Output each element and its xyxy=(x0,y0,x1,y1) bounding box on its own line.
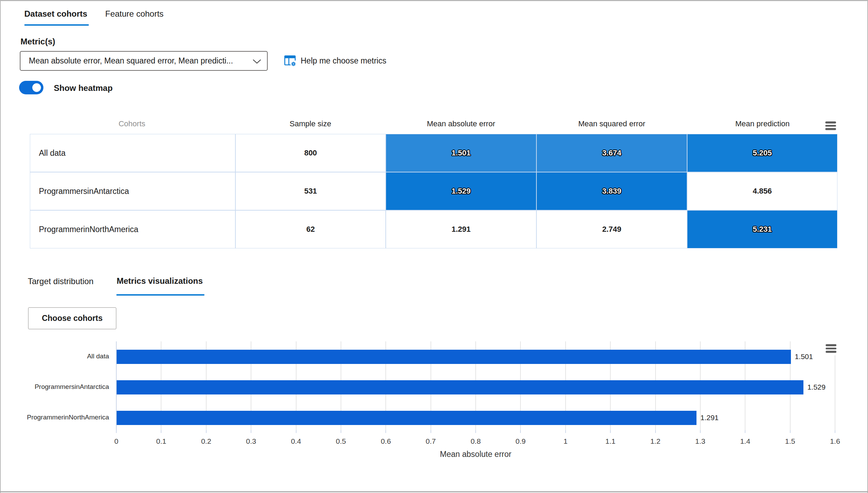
chart-bar[interactable] xyxy=(117,350,791,364)
table-settings-icon xyxy=(284,54,297,67)
chart-tick xyxy=(790,430,791,433)
chart-tick xyxy=(655,430,656,433)
metrics-dropdown[interactable]: Mean absolute error, Mean squared error,… xyxy=(20,51,268,71)
chart-tick xyxy=(431,430,431,433)
x-tick-label: 1.6 xyxy=(818,437,852,445)
chart-menu-icon[interactable] xyxy=(826,344,836,353)
x-tick-label: 0.8 xyxy=(458,437,493,445)
x-tick-label: 1.4 xyxy=(728,437,762,445)
show-heatmap-toggle[interactable] xyxy=(19,81,43,94)
chart-tick xyxy=(475,430,476,433)
table-cell-metric: 3.839 xyxy=(536,172,687,210)
chart-tick xyxy=(835,430,835,433)
table-cell-metric: 4.856 xyxy=(687,172,837,210)
table-cell-sample-size: 800 xyxy=(235,134,386,172)
toggle-knob xyxy=(32,83,41,92)
chart-bar[interactable] xyxy=(117,411,696,425)
active-tab2-underline xyxy=(116,294,205,296)
bar-value-label: 1.501 xyxy=(795,352,813,361)
x-tick-label: 0.9 xyxy=(503,437,538,445)
chart-tick xyxy=(610,430,611,433)
table-cell-metric: 2.749 xyxy=(536,210,687,248)
chart-tick xyxy=(700,430,701,433)
column-header-mean-absolute-error: Mean absolute error xyxy=(388,119,534,128)
table-cell-cohort-name: ProgrammersinAntarctica xyxy=(30,172,235,210)
tab-dataset-cohorts[interactable]: Dataset cohorts xyxy=(24,9,87,19)
chart-tick xyxy=(251,430,251,433)
x-axis-title: Mean absolute error xyxy=(372,450,580,459)
tab-target-distribution[interactable]: Target distribution xyxy=(28,277,93,286)
tab-metrics-visualizations[interactable]: Metrics visualizations xyxy=(117,276,203,286)
y-category-label: ProgrammerinNorthAmerica xyxy=(8,414,109,421)
x-tick-label: 1.2 xyxy=(638,437,673,445)
chart-tick xyxy=(116,430,117,433)
x-tick-label: 1.5 xyxy=(773,437,808,445)
window-left-edge xyxy=(0,0,1,493)
choose-cohorts-button[interactable]: Choose cohorts xyxy=(28,307,116,329)
bar-value-label: 1.291 xyxy=(700,414,719,422)
chart-tick xyxy=(385,430,386,433)
table-cell-sample-size: 62 xyxy=(235,210,386,248)
x-tick-label: 0.6 xyxy=(368,437,403,445)
column-header-mean-squared-error: Mean squared error xyxy=(539,119,685,128)
y-category-label: All data xyxy=(8,352,109,360)
chart-tick xyxy=(341,430,341,433)
x-tick-label: 0.2 xyxy=(189,437,224,445)
x-tick-label: 1.1 xyxy=(593,437,628,445)
column-header-cohorts: Cohorts xyxy=(59,119,205,128)
table-cell-sample-size: 531 xyxy=(235,172,386,210)
x-tick-label: 0.7 xyxy=(414,437,448,445)
window-top-edge xyxy=(0,0,868,1)
active-tab-underline xyxy=(24,24,89,26)
window-bottom-edge xyxy=(0,491,868,492)
table-cell-metric: 5.231 xyxy=(687,210,837,248)
y-category-label: ProgrammersinAntarctica xyxy=(8,383,109,391)
x-tick-label: 1 xyxy=(548,437,583,445)
table-cell-metric: 3.674 xyxy=(536,134,687,172)
table-cell-metric: 5.205 xyxy=(687,134,837,172)
help-me-choose-metrics-link[interactable]: Help me choose metrics xyxy=(301,56,386,66)
x-tick-label: 0.4 xyxy=(279,437,314,445)
metrics-dropdown-value: Mean absolute error, Mean squared error,… xyxy=(29,52,233,70)
chevron-down-icon xyxy=(252,59,261,64)
tab-feature-cohorts[interactable]: Feature cohorts xyxy=(105,9,164,19)
table-cell-metric: 1.529 xyxy=(386,172,536,210)
chart-tick xyxy=(565,430,566,433)
x-tick-label: 1.3 xyxy=(683,437,718,445)
cohort-metrics-table: All data8001.5013.6745.205ProgrammersinA… xyxy=(30,134,837,248)
x-tick-label: 0.1 xyxy=(144,437,178,445)
column-header-mean-prediction: Mean prediction xyxy=(690,119,835,128)
chart-bar[interactable] xyxy=(117,380,803,394)
bar-value-label: 1.529 xyxy=(807,383,826,391)
column-header-sample-size: Sample size xyxy=(237,119,383,128)
x-tick-label: 0.3 xyxy=(234,437,268,445)
table-cell-metric: 1.291 xyxy=(386,210,536,248)
x-tick-label: 0 xyxy=(99,437,134,445)
table-cell-cohort-name: ProgrammerinNorthAmerica xyxy=(30,210,235,248)
table-menu-icon[interactable] xyxy=(825,121,836,130)
chart-tick xyxy=(520,430,521,433)
chart-tick xyxy=(296,430,297,433)
chart-tick xyxy=(745,430,745,433)
show-heatmap-label: Show heatmap xyxy=(54,83,112,93)
table-cell-metric: 1.501 xyxy=(386,134,536,172)
chart-tick xyxy=(206,430,207,433)
chart-tick xyxy=(161,430,161,433)
metrics-label: Metric(s) xyxy=(20,37,55,46)
x-tick-label: 0.5 xyxy=(324,437,358,445)
table-cell-cohort-name: All data xyxy=(30,134,235,172)
